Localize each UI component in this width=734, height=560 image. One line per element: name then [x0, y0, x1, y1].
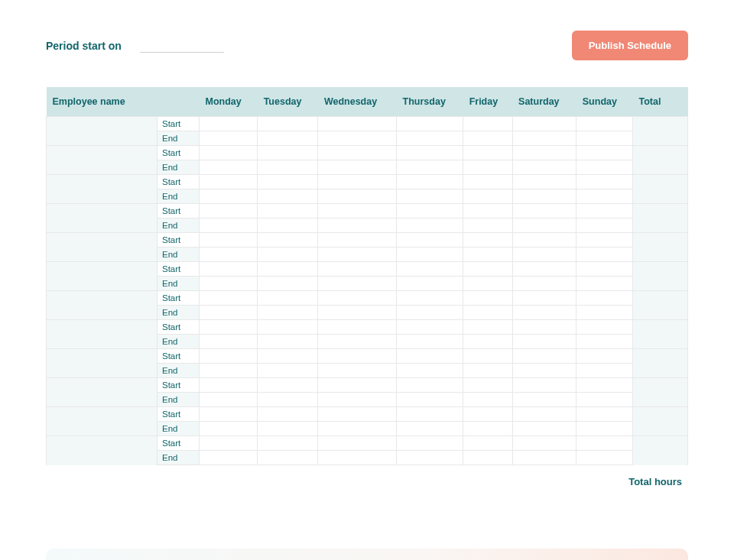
shift-start-cell[interactable]	[576, 233, 633, 248]
shift-start-cell[interactable]	[576, 117, 633, 131]
shift-start-cell[interactable]	[397, 204, 463, 218]
shift-end-cell[interactable]	[397, 393, 463, 407]
shift-end-cell[interactable]	[397, 131, 463, 146]
shift-start-cell[interactable]	[397, 349, 463, 364]
shift-start-cell[interactable]	[463, 204, 512, 218]
shift-start-cell[interactable]	[512, 233, 576, 248]
shift-start-cell[interactable]	[318, 175, 397, 189]
shift-end-cell[interactable]	[512, 335, 576, 349]
shift-start-cell[interactable]	[463, 117, 512, 131]
shift-end-cell[interactable]	[576, 131, 633, 146]
shift-start-cell[interactable]	[576, 320, 633, 335]
shift-end-cell[interactable]	[200, 451, 258, 465]
shift-start-cell[interactable]	[200, 204, 258, 218]
shift-end-cell[interactable]	[258, 277, 318, 291]
shift-end-cell[interactable]	[512, 364, 576, 378]
shift-end-cell[interactable]	[200, 277, 258, 291]
shift-end-cell[interactable]	[463, 422, 512, 436]
shift-end-cell[interactable]	[397, 218, 463, 233]
shift-end-cell[interactable]	[397, 422, 463, 436]
shift-end-cell[interactable]	[512, 306, 576, 320]
shift-end-cell[interactable]	[576, 160, 633, 175]
shift-start-cell[interactable]	[397, 291, 463, 306]
shift-end-cell[interactable]	[318, 335, 397, 349]
shift-start-cell[interactable]	[463, 436, 512, 451]
shift-start-cell[interactable]	[200, 146, 258, 160]
shift-end-cell[interactable]	[258, 160, 318, 175]
shift-end-cell[interactable]	[318, 364, 397, 378]
shift-start-cell[interactable]	[576, 175, 633, 189]
shift-end-cell[interactable]	[200, 131, 258, 146]
shift-end-cell[interactable]	[576, 335, 633, 349]
employee-name-cell[interactable]	[47, 407, 158, 436]
shift-end-cell[interactable]	[576, 306, 633, 320]
shift-start-cell[interactable]	[512, 349, 576, 364]
shift-start-cell[interactable]	[576, 436, 633, 451]
shift-start-cell[interactable]	[397, 436, 463, 451]
shift-end-cell[interactable]	[512, 277, 576, 291]
shift-end-cell[interactable]	[576, 451, 633, 465]
shift-end-cell[interactable]	[397, 189, 463, 204]
shift-end-cell[interactable]	[258, 189, 318, 204]
shift-start-cell[interactable]	[318, 407, 397, 422]
shift-end-cell[interactable]	[397, 335, 463, 349]
shift-start-cell[interactable]	[258, 262, 318, 277]
shift-start-cell[interactable]	[397, 175, 463, 189]
shift-end-cell[interactable]	[397, 277, 463, 291]
shift-end-cell[interactable]	[318, 218, 397, 233]
shift-start-cell[interactable]	[463, 262, 512, 277]
shift-start-cell[interactable]	[258, 204, 318, 218]
shift-start-cell[interactable]	[200, 407, 258, 422]
shift-start-cell[interactable]	[397, 407, 463, 422]
shift-start-cell[interactable]	[258, 233, 318, 248]
shift-start-cell[interactable]	[258, 320, 318, 335]
shift-end-cell[interactable]	[576, 277, 633, 291]
shift-start-cell[interactable]	[512, 407, 576, 422]
employee-name-cell[interactable]	[47, 436, 158, 465]
shift-start-cell[interactable]	[576, 349, 633, 364]
shift-end-cell[interactable]	[200, 422, 258, 436]
shift-start-cell[interactable]	[576, 146, 633, 160]
shift-start-cell[interactable]	[200, 175, 258, 189]
shift-start-cell[interactable]	[318, 349, 397, 364]
shift-end-cell[interactable]	[576, 189, 633, 204]
shift-start-cell[interactable]	[576, 262, 633, 277]
employee-name-cell[interactable]	[47, 117, 158, 146]
shift-start-cell[interactable]	[200, 378, 258, 393]
shift-end-cell[interactable]	[463, 335, 512, 349]
shift-start-cell[interactable]	[258, 175, 318, 189]
shift-end-cell[interactable]	[258, 306, 318, 320]
shift-end-cell[interactable]	[463, 277, 512, 291]
shift-end-cell[interactable]	[397, 306, 463, 320]
shift-start-cell[interactable]	[576, 204, 633, 218]
shift-start-cell[interactable]	[318, 436, 397, 451]
employee-name-cell[interactable]	[47, 175, 158, 204]
shift-start-cell[interactable]	[258, 436, 318, 451]
shift-start-cell[interactable]	[318, 320, 397, 335]
shift-end-cell[interactable]	[318, 393, 397, 407]
employee-name-cell[interactable]	[47, 378, 158, 407]
shift-start-cell[interactable]	[512, 204, 576, 218]
shift-start-cell[interactable]	[318, 146, 397, 160]
shift-start-cell[interactable]	[512, 262, 576, 277]
shift-end-cell[interactable]	[463, 160, 512, 175]
employee-name-cell[interactable]	[47, 349, 158, 378]
shift-start-cell[interactable]	[318, 262, 397, 277]
shift-end-cell[interactable]	[318, 451, 397, 465]
shift-start-cell[interactable]	[463, 378, 512, 393]
shift-start-cell[interactable]	[318, 291, 397, 306]
shift-start-cell[interactable]	[397, 320, 463, 335]
shift-start-cell[interactable]	[397, 117, 463, 131]
shift-end-cell[interactable]	[463, 364, 512, 378]
shift-start-cell[interactable]	[397, 378, 463, 393]
shift-end-cell[interactable]	[512, 160, 576, 175]
shift-end-cell[interactable]	[576, 422, 633, 436]
shift-start-cell[interactable]	[258, 291, 318, 306]
shift-end-cell[interactable]	[512, 131, 576, 146]
shift-start-cell[interactable]	[200, 320, 258, 335]
shift-start-cell[interactable]	[200, 117, 258, 131]
shift-start-cell[interactable]	[200, 349, 258, 364]
shift-start-cell[interactable]	[318, 233, 397, 248]
shift-end-cell[interactable]	[463, 218, 512, 233]
shift-end-cell[interactable]	[200, 335, 258, 349]
